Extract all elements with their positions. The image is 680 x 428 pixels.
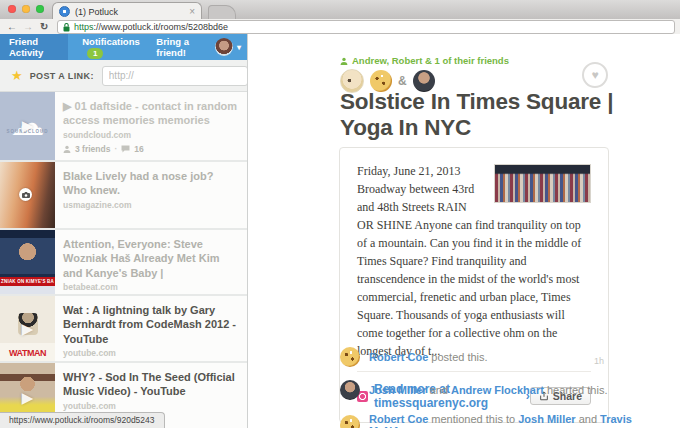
bring-a-friend-button[interactable]: Bring a friend! bbox=[142, 36, 206, 58]
new-tab-button[interactable] bbox=[208, 5, 236, 19]
user-link[interactable]: Robert Coe bbox=[369, 413, 428, 425]
activity-row: Josh Miller and Andrew Flockhart hearted… bbox=[340, 380, 640, 400]
item-source: youtube.com bbox=[63, 348, 239, 358]
address-bar[interactable]: https://www.potluck.it/rooms/5208bd6e bbox=[57, 20, 675, 34]
sidebar: Friend Activity Notifications1 Bring a f… bbox=[0, 34, 248, 428]
activity-text: Robert Coe posted this. bbox=[369, 351, 488, 363]
tab-friend-activity[interactable]: Friend Activity bbox=[0, 34, 68, 60]
activity-text-segment: and bbox=[426, 384, 450, 396]
timestamp: 1h bbox=[594, 356, 604, 366]
browser-window: (1) Potluck × ← → ↻ https://www.potluck.… bbox=[0, 0, 680, 428]
activity-text-segment: hearted this. bbox=[544, 384, 608, 396]
play-icon: ▶ bbox=[0, 319, 55, 337]
close-tab-icon[interactable]: × bbox=[189, 7, 195, 17]
news-thumbnail: ZNIAK ON KIMYE'S BA bbox=[0, 230, 55, 294]
list-item[interactable]: ZNIAK ON KIMYE'S BA Attention, Everyone:… bbox=[0, 230, 247, 294]
camera-icon bbox=[19, 188, 32, 201]
friends-icon bbox=[63, 145, 71, 153]
item-title: Attention, Everyone: Steve Wozniak Haš A… bbox=[63, 237, 239, 280]
status-bar: https://www.potluck.it/rooms/920d5243 bbox=[0, 412, 165, 428]
news-ticker bbox=[0, 286, 55, 294]
list-item[interactable]: ☁ SOUNDCLOUD ▶ ▶ 01 daftside - contact i… bbox=[0, 92, 247, 160]
potluck-favicon-icon bbox=[59, 6, 70, 17]
user-avatar[interactable] bbox=[215, 38, 233, 56]
times-square-photo bbox=[494, 164, 591, 203]
photo-thumbnail bbox=[0, 162, 55, 228]
play-icon: ▶ bbox=[0, 389, 55, 407]
soundcloud-thumbnail: ☁ SOUNDCLOUD ▶ bbox=[0, 92, 55, 160]
friends-icon bbox=[340, 57, 348, 65]
browser-toolbar: ← → ↻ https://www.potluck.it/rooms/5208b… bbox=[0, 19, 680, 34]
url-text: ://www.potluck.it/rooms/5208bd6e bbox=[94, 21, 229, 33]
post-link-label: POST A LINK: bbox=[30, 71, 94, 81]
sidebar-header: Friend Activity Notifications1 Bring a f… bbox=[0, 34, 247, 60]
refresh-button[interactable]: ↻ bbox=[40, 20, 48, 33]
item-source: soundcloud.com bbox=[63, 130, 239, 140]
item-title: WHY? - Sod In The Seed (Official Music V… bbox=[63, 370, 239, 399]
divider bbox=[357, 371, 591, 372]
back-button[interactable]: ← bbox=[7, 20, 17, 33]
close-window-button[interactable] bbox=[8, 5, 16, 13]
item-source: betabeat.com bbox=[63, 282, 239, 292]
link-url-input[interactable] bbox=[102, 66, 248, 86]
user-link[interactable]: Josh Miller bbox=[369, 384, 426, 396]
tab-strip: (1) Potluck × bbox=[0, 0, 680, 20]
forward-button[interactable]: → bbox=[23, 20, 33, 33]
avatar[interactable] bbox=[340, 380, 360, 400]
post-a-link-bar: ★ POST A LINK: bbox=[0, 60, 247, 92]
item-title: Wat : A lightning talk by Gary Bernhardt… bbox=[63, 303, 239, 346]
tab-title: (1) Potluck bbox=[75, 7, 185, 17]
comment-icon bbox=[121, 145, 130, 153]
chevron-down-icon[interactable]: ▾ bbox=[237, 43, 241, 52]
item-source: usmagazine.com bbox=[63, 200, 239, 210]
user-link[interactable]: Andrew Flockhart bbox=[451, 384, 544, 396]
activity-text-segment: posted this. bbox=[428, 351, 487, 363]
page-title[interactable]: Solstice In Times Square | Yoga In NYC bbox=[340, 89, 640, 142]
avatar[interactable] bbox=[340, 415, 360, 428]
activity-text-segment: and bbox=[576, 413, 600, 425]
play-icon: ▶ bbox=[0, 117, 55, 135]
attribution: Andrew, Robert & 1 of their friends bbox=[340, 55, 509, 66]
activity-text: Robert Coe mentioned this to Josh Miller… bbox=[369, 413, 640, 428]
item-source: youtube.com bbox=[63, 401, 239, 411]
minimize-window-button[interactable] bbox=[22, 5, 30, 13]
activity-text-segment: mentioned this to bbox=[428, 413, 518, 425]
video-thumbnail: WATMAN ▶ bbox=[0, 296, 55, 361]
lock-icon bbox=[63, 23, 70, 32]
user-link[interactable]: Josh Miller bbox=[518, 413, 575, 425]
avatar[interactable] bbox=[340, 347, 360, 367]
star-icon: ★ bbox=[11, 68, 23, 83]
list-item[interactable]: Blake Lively had a nose job? Who knew. u… bbox=[0, 162, 247, 228]
item-title: ▶ 01 daftside - contact in random access… bbox=[63, 99, 239, 128]
user-link[interactable]: Robert Coe bbox=[369, 351, 428, 363]
url-scheme: https bbox=[74, 21, 94, 33]
list-item[interactable]: WATMAN ▶ Wat : A lightning talk by Gary … bbox=[0, 296, 247, 361]
zoom-window-button[interactable] bbox=[36, 5, 44, 13]
heart-icon: ♥ bbox=[591, 69, 598, 81]
heart-button[interactable]: ♥ bbox=[582, 62, 608, 88]
main-content: Andrew, Robert & 1 of their friends & ♥ … bbox=[248, 34, 680, 428]
activity-text: Josh Miller and Andrew Flockhart hearted… bbox=[369, 384, 607, 396]
tab-notifications[interactable]: Notifications1 bbox=[68, 36, 142, 59]
item-meta: 3 friends · 16 bbox=[63, 144, 239, 154]
notification-badge: 1 bbox=[87, 48, 103, 59]
item-title: Blake Lively had a nose job? Who knew. bbox=[63, 169, 239, 198]
browser-tab[interactable]: (1) Potluck × bbox=[52, 2, 202, 20]
activity-row: Robert Coe mentioned this to Josh Miller… bbox=[340, 413, 640, 428]
